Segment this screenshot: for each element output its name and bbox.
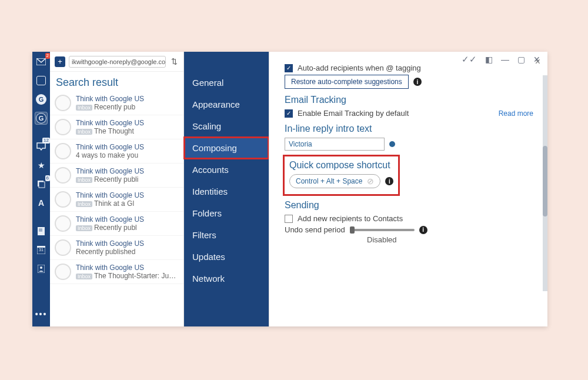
thread-from: Think with Google US bbox=[76, 264, 179, 272]
thread-from: Think with Google US bbox=[76, 191, 144, 199]
clear-shortcut-icon[interactable]: ⊘ bbox=[367, 176, 374, 186]
search-topbar: + ikwithgoogle-noreply@google.com × ⇅ bbox=[50, 52, 183, 72]
inline-title: In-line reply intro text bbox=[285, 124, 533, 134]
svg-rect-5 bbox=[39, 231, 42, 231]
settings-nav-filters[interactable]: Filters bbox=[184, 224, 269, 246]
settings-nav-updates[interactable]: Updates bbox=[184, 246, 269, 268]
settings-nav-composing[interactable]: Composing bbox=[184, 137, 269, 159]
list-item[interactable]: Think with Google US InboxThe Thought bbox=[50, 115, 183, 139]
mail-icon[interactable]: 2 bbox=[35, 55, 48, 68]
svg-point-9 bbox=[40, 266, 42, 269]
filter-chip-text: ikwithgoogle-noreply@google.com bbox=[72, 58, 166, 65]
quick-compose-highlight: Quick compose shortcut Control + Alt + S… bbox=[285, 156, 398, 194]
search-title: Search result bbox=[50, 72, 183, 91]
mail-badge: 2 bbox=[45, 53, 50, 59]
tray-icon[interactable]: 12 bbox=[35, 140, 48, 153]
info-icon[interactable]: i bbox=[385, 177, 393, 185]
thread-from: Think with Google US bbox=[76, 239, 144, 248]
add-contacts-label: Add new recipients to Contacts bbox=[298, 214, 403, 223]
readmore-link[interactable]: Read more bbox=[499, 109, 533, 118]
add-contacts-checkbox[interactable] bbox=[285, 215, 293, 223]
message-list-column: + ikwithgoogle-noreply@google.com × ⇅ Se… bbox=[50, 52, 184, 326]
tray-badge: 12 bbox=[42, 138, 50, 144]
settings-nav-identities[interactable]: Identities bbox=[184, 181, 269, 202]
inline-intro-input[interactable] bbox=[285, 138, 385, 151]
read-all-icon[interactable]: ✓✓ bbox=[462, 54, 477, 65]
list-item[interactable]: Think with Google US InboxRecently publ bbox=[50, 212, 183, 236]
undo-slider[interactable] bbox=[350, 229, 415, 231]
thread-preview: InboxThe Thought-Starter: June... bbox=[76, 272, 179, 280]
calendar-badge: 31 bbox=[39, 248, 44, 252]
tracking-label: Enable Email Tracking by default bbox=[298, 109, 409, 118]
avatar bbox=[55, 264, 71, 280]
star-icon[interactable]: ★ bbox=[35, 159, 48, 172]
close-window-icon[interactable]: ✕ bbox=[533, 55, 540, 64]
undo-value: Disabled bbox=[367, 235, 397, 244]
thread-preview: InboxThink at a Gl bbox=[76, 199, 144, 208]
thread-preview: InboxRecently pub bbox=[76, 103, 144, 111]
tracking-checkbox[interactable]: ✓ bbox=[285, 109, 293, 118]
app-window: 2 G G 12 ★ 6 A 31 ••• + ikwithgoogle-nor… bbox=[32, 52, 547, 326]
settings-nav-folders[interactable]: Folders bbox=[184, 202, 269, 224]
autoadd-checkbox[interactable]: ✓ bbox=[285, 64, 293, 72]
logo-a-icon[interactable]: A bbox=[35, 196, 48, 209]
quick-compose-value: Control + Alt + Space bbox=[296, 177, 362, 185]
info-icon[interactable]: i bbox=[419, 226, 427, 234]
settings-panel: × ✓ Auto-add recipients when @ tagging R… bbox=[269, 52, 547, 326]
sort-icon[interactable]: ⇅ bbox=[169, 57, 179, 66]
thread-from: Think with Google US bbox=[76, 119, 144, 127]
thread-from: Think with Google US bbox=[76, 215, 144, 224]
list-item[interactable]: Think with Google US Recently published bbox=[50, 236, 183, 260]
thread-preview: InboxRecently publi bbox=[76, 175, 144, 184]
minimize-icon[interactable]: — bbox=[501, 55, 509, 64]
list-item[interactable]: Think with Google US InboxRecently publi bbox=[50, 164, 183, 188]
list-item[interactable]: Think with Google US InboxThink at a Gl bbox=[50, 188, 183, 212]
settings-nav-general[interactable]: General bbox=[184, 72, 269, 94]
sending-title: Sending bbox=[285, 200, 533, 211]
thread-from: Think with Google US bbox=[76, 167, 144, 175]
settings-nav: GeneralAppearanceScalingComposingAccount… bbox=[184, 52, 269, 326]
autoadd-label: Auto-add recipients when @ tagging bbox=[298, 64, 421, 72]
filter-chip[interactable]: ikwithgoogle-noreply@google.com × bbox=[69, 56, 166, 68]
tracking-title: Email Tracking bbox=[285, 95, 533, 105]
maximize-icon[interactable]: ▢ bbox=[517, 55, 525, 64]
list-item[interactable]: Think with Google US InboxRecently pub bbox=[50, 91, 183, 115]
settings-nav-scaling[interactable]: Scaling bbox=[184, 115, 269, 137]
restore-suggestions-button[interactable]: Restore auto-complete suggestions bbox=[285, 75, 409, 89]
settings-nav-accounts[interactable]: Accounts bbox=[184, 159, 269, 181]
compose-button[interactable]: + bbox=[55, 56, 65, 67]
info-icon[interactable]: i bbox=[413, 78, 422, 86]
docs-badge: 6 bbox=[45, 175, 50, 181]
google-account-1-icon[interactable]: G bbox=[35, 93, 48, 106]
quick-compose-title: Quick compose shortcut bbox=[289, 160, 393, 171]
settings-nav-network[interactable]: Network bbox=[184, 268, 269, 289]
window-controls: ✓✓ ◧ — ▢ ✕ bbox=[462, 54, 540, 65]
avatar bbox=[55, 239, 71, 256]
quick-compose-input[interactable]: Control + Alt + Space ⊘ bbox=[289, 174, 380, 188]
thread-from: Think with Google US bbox=[76, 143, 144, 151]
avatar bbox=[55, 143, 71, 159]
list-item[interactable]: Think with Google US 4 ways to make you bbox=[50, 139, 183, 164]
panel-toggle-icon[interactable]: ◧ bbox=[485, 55, 493, 64]
thread-preview: Recently published bbox=[76, 248, 144, 256]
doc-icon[interactable] bbox=[35, 225, 48, 238]
google-account-2-icon[interactable]: G bbox=[35, 112, 48, 125]
avatar bbox=[55, 95, 71, 111]
inline-dot-icon bbox=[389, 141, 395, 147]
avatar bbox=[55, 215, 71, 232]
settings-nav-appearance[interactable]: Appearance bbox=[184, 94, 269, 115]
docs-stack-icon[interactable]: 6 bbox=[35, 178, 48, 191]
thread-preview: InboxRecently publ bbox=[76, 224, 144, 232]
thread-preview: 4 ways to make you bbox=[76, 151, 144, 159]
scrollbar[interactable] bbox=[543, 75, 547, 291]
icon-sidebar: 2 G G 12 ★ 6 A 31 ••• bbox=[32, 52, 50, 326]
avatar bbox=[55, 191, 71, 208]
svg-rect-2 bbox=[39, 182, 45, 188]
more-icon[interactable]: ••• bbox=[35, 308, 48, 321]
contacts-icon[interactable] bbox=[35, 74, 48, 87]
list-item[interactable]: Think with Google US InboxThe Thought-St… bbox=[50, 260, 183, 284]
avatar bbox=[55, 119, 71, 135]
addressbook-icon[interactable] bbox=[35, 262, 48, 275]
calendar-icon[interactable]: 31 bbox=[35, 244, 48, 256]
svg-rect-4 bbox=[39, 229, 42, 229]
